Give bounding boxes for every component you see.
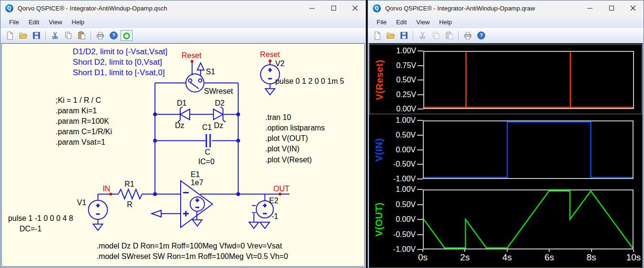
- waveform-trace: [424, 122, 633, 177]
- plot-panel-vreset[interactable]: V(Reset) 1.00V0.75V0.50V0.25V0.00V: [369, 44, 642, 114]
- schematic-canvas[interactable]: D1/D2, limit to [-Vsat,Vsat] Short D2, l…: [1, 43, 365, 267]
- voltage-source-v1[interactable]: [89, 200, 108, 230]
- controlled-source-e2[interactable]: [249, 201, 274, 228]
- label-r1: R1: [124, 180, 134, 188]
- save-file-icon[interactable]: [398, 30, 410, 41]
- y-tick-label: 0.00V: [370, 104, 416, 114]
- new-file-icon[interactable]: [371, 30, 383, 41]
- y-tick-mark: [417, 204, 423, 205]
- toolbar: ?: [0, 28, 366, 43]
- close-icon: [352, 5, 358, 11]
- paste-icon[interactable]: [75, 30, 88, 41]
- directive-plot-reset: .plot V(Reset): [266, 155, 312, 163]
- plot-panel-vin[interactable]: V(IN) 1.00V0.50V0.00V-0.50V-1.00V: [369, 115, 642, 183]
- print-icon[interactable]: [461, 30, 474, 41]
- x-tick-mark: [591, 249, 592, 252]
- cut-icon[interactable]: [49, 30, 61, 41]
- copy-icon[interactable]: [62, 30, 74, 41]
- menu-file[interactable]: File: [372, 19, 391, 26]
- menu-edit[interactable]: Edit: [24, 19, 44, 26]
- label-d2: D2: [215, 99, 225, 107]
- toolbar-separator: [91, 31, 91, 40]
- power-run-icon: [122, 31, 131, 40]
- waveform-window: Q Qorvo QSPICE® - Integrator-AntiWindup-…: [368, 0, 644, 268]
- help-icon[interactable]: ?: [107, 30, 120, 41]
- minimize-button[interactable]: [579, 0, 601, 16]
- label-v2-value: pulse 0 1 2 0 0 1m 5: [275, 77, 344, 85]
- close-button[interactable]: [622, 0, 644, 16]
- qspice-app-icon: Q: [373, 4, 381, 12]
- run-simulation-button[interactable]: [121, 30, 133, 41]
- directive-option: .option listparams: [266, 124, 325, 132]
- label-s1-model: SWreset: [204, 87, 233, 95]
- minimize-button[interactable]: [301, 0, 323, 16]
- paste-icon: [443, 30, 455, 41]
- close-icon: [630, 5, 636, 11]
- x-tick-label: 10s: [619, 252, 643, 263]
- maximize-button[interactable]: [601, 0, 622, 16]
- close-button[interactable]: [344, 0, 366, 16]
- comment-line-3: Short D1, limit to [-Vsat,0]: [73, 68, 165, 77]
- menu-help[interactable]: Help: [434, 19, 457, 26]
- open-file-icon[interactable]: [17, 30, 29, 41]
- plot-panel-vout[interactable]: V(OUT) 1.00V0.50V0.00V-0.50V-1.00V0s2s4s…: [369, 183, 642, 268]
- save-file-icon[interactable]: [30, 30, 42, 41]
- y-tick-label: -1.00V: [369, 174, 416, 184]
- y-tick-label: 1.00V: [369, 185, 416, 194]
- x-tick-label: 0s: [409, 252, 437, 263]
- trace-svg: [424, 190, 633, 248]
- directive-tran: .tran 10: [266, 113, 291, 121]
- x-tick-mark: [422, 249, 423, 252]
- directive-plot-out: .plot V(OUT): [266, 134, 308, 142]
- menu-view[interactable]: View: [44, 19, 67, 26]
- x-tick-label: 4s: [493, 252, 521, 263]
- cut-icon: [416, 30, 429, 41]
- maximize-button[interactable]: [323, 0, 344, 16]
- resistor-r1[interactable]: [118, 189, 144, 199]
- menu-view[interactable]: View: [411, 19, 434, 26]
- menu-file[interactable]: File: [4, 19, 24, 26]
- toolbar-separator: [45, 31, 46, 40]
- menu-edit[interactable]: Edit: [391, 19, 411, 26]
- open-file-icon[interactable]: [384, 30, 397, 41]
- y-tick-mark: [418, 109, 423, 109]
- y-tick-label: 1.00V: [370, 46, 416, 56]
- switch-s1[interactable]: [186, 63, 204, 92]
- y-tick-label: -0.50V: [369, 159, 416, 169]
- minimize-icon: [309, 8, 315, 9]
- print-icon[interactable]: [94, 30, 106, 41]
- desktop: Q Qorvo QSPICE® - Integrator-AntiWindup-…: [0, 0, 644, 268]
- label-c1-value: C: [205, 148, 211, 156]
- comment-line-1: D1/D2, limit to [-Vsat,Vsat]: [73, 47, 168, 56]
- waveform-plot-area: V(Reset) 1.00V0.75V0.50V0.25V0.00V V(IN)…: [369, 43, 643, 268]
- label-e1-gain: 1e7: [191, 179, 204, 187]
- directive-param-ki: .param Ki=1: [56, 107, 97, 115]
- y-tick-mark: [417, 189, 423, 190]
- label-v2: V2: [275, 60, 285, 68]
- net-label-reset-s1: Reset: [182, 51, 202, 60]
- window-title: Qorvo QSPICE® - Integrator-AntiWindup-Op…: [385, 5, 579, 12]
- new-file-icon[interactable]: [3, 30, 16, 41]
- help-icon[interactable]: ?: [475, 30, 487, 41]
- capacitor-c1[interactable]: [206, 134, 210, 147]
- menu-help[interactable]: Help: [67, 19, 89, 26]
- diode-d2[interactable]: [214, 107, 225, 122]
- y-tick-mark: [417, 135, 423, 136]
- x-tick-label: 2s: [450, 252, 479, 263]
- maximize-icon: [331, 6, 336, 10]
- diode-d1[interactable]: [178, 107, 190, 122]
- opamp-e1[interactable]: [152, 181, 213, 228]
- copy-icon: [429, 30, 442, 41]
- svg-text:?: ?: [480, 32, 483, 38]
- y-tick-mark: [417, 234, 423, 235]
- toolbar-separator: [413, 31, 413, 40]
- label-d2-model: Dz: [214, 121, 224, 129]
- y-tick-mark: [418, 94, 423, 95]
- plot-box: [423, 189, 634, 249]
- title-bar[interactable]: Q Qorvo QSPICE® - Integrator-AntiWindup-…: [368, 0, 644, 16]
- schematic-window: Q Qorvo QSPICE® - Integrator-AntiWindup-…: [0, 0, 366, 268]
- y-tick-label: -0.50V: [369, 230, 416, 239]
- label-v1-value: pulse 1 -1 0 0 0 4 8: [8, 214, 73, 222]
- title-bar[interactable]: Q Qorvo QSPICE® - Integrator-AntiWindup-…: [0, 0, 366, 16]
- plot-box: [423, 120, 634, 179]
